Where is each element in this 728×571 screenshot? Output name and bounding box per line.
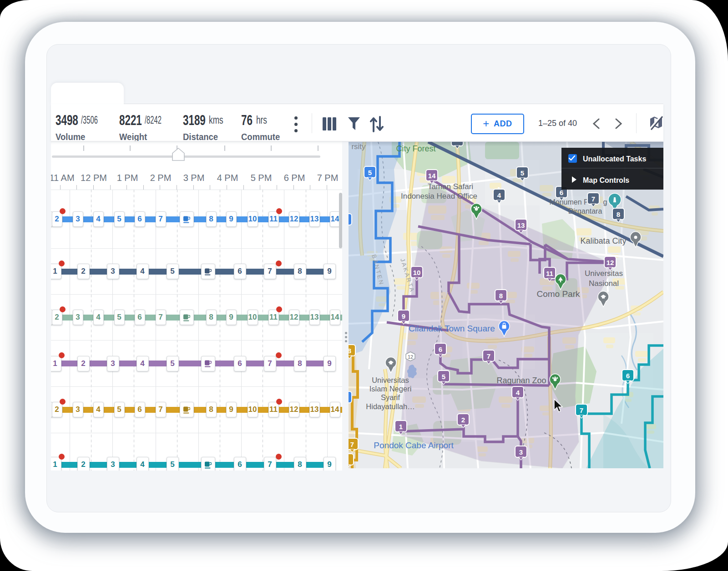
svg-text:8: 8 <box>617 210 620 218</box>
svg-text:Cilandak Town Square: Cilandak Town Square <box>409 324 495 333</box>
svg-text:8: 8 <box>499 292 503 300</box>
svg-text:Pondok Cabe Airport: Pondok Cabe Airport <box>374 441 454 450</box>
svg-text:11: 11 <box>546 270 553 277</box>
svg-text:6: 6 <box>560 189 563 196</box>
svg-text:Indonesia Head Office: Indonesia Head Office <box>401 192 477 200</box>
svg-text:Como Park: Como Park <box>536 289 580 299</box>
svg-text:Islam Negeri: Islam Negeri <box>369 385 412 393</box>
svg-text:7: 7 <box>592 195 595 203</box>
svg-text:Unallocated Tasks: Unallocated Tasks <box>583 155 646 163</box>
svg-text:g: g <box>603 198 607 206</box>
svg-text:7: 7 <box>487 352 490 360</box>
svg-text:Kalibata City: Kalibata City <box>580 236 626 245</box>
svg-text:1: 1 <box>399 423 403 431</box>
svg-text:4: 4 <box>497 191 501 199</box>
svg-text:7: 7 <box>350 441 354 448</box>
svg-text:6: 6 <box>439 346 442 353</box>
svg-text:Nasional: Nasional <box>589 279 619 288</box>
svg-text:Dirgantara: Dirgantara <box>568 207 602 215</box>
svg-text:5: 5 <box>442 373 445 381</box>
svg-text:Ragunan Zoo: Ragunan Zoo <box>496 376 546 385</box>
svg-text:12: 12 <box>607 259 614 266</box>
svg-text:Syarif: Syarif <box>381 393 400 401</box>
svg-text:9: 9 <box>402 312 405 320</box>
svg-text:14: 14 <box>428 172 436 180</box>
svg-text:Universitas: Universitas <box>585 269 623 278</box>
svg-text:3: 3 <box>519 448 523 456</box>
svg-text:6: 6 <box>626 372 630 380</box>
svg-text:12: 12 <box>408 354 413 360</box>
svg-text:10: 10 <box>413 269 421 276</box>
svg-text:Universitas: Universitas <box>372 376 409 384</box>
svg-text:Taman Safari: Taman Safari <box>428 182 473 191</box>
svg-text:2: 2 <box>461 416 465 424</box>
svg-text:Map Controls: Map Controls <box>583 176 629 184</box>
svg-text:13: 13 <box>517 221 525 229</box>
svg-text:5: 5 <box>368 169 372 176</box>
svg-text:5: 5 <box>521 169 524 177</box>
svg-text:Monumen Pa: Monumen Pa <box>549 198 592 206</box>
svg-text:4: 4 <box>516 389 520 396</box>
svg-text:Hidayatullah…: Hidayatullah… <box>366 402 415 411</box>
svg-text:8: 8 <box>349 347 351 355</box>
svg-text:7: 7 <box>580 406 583 414</box>
